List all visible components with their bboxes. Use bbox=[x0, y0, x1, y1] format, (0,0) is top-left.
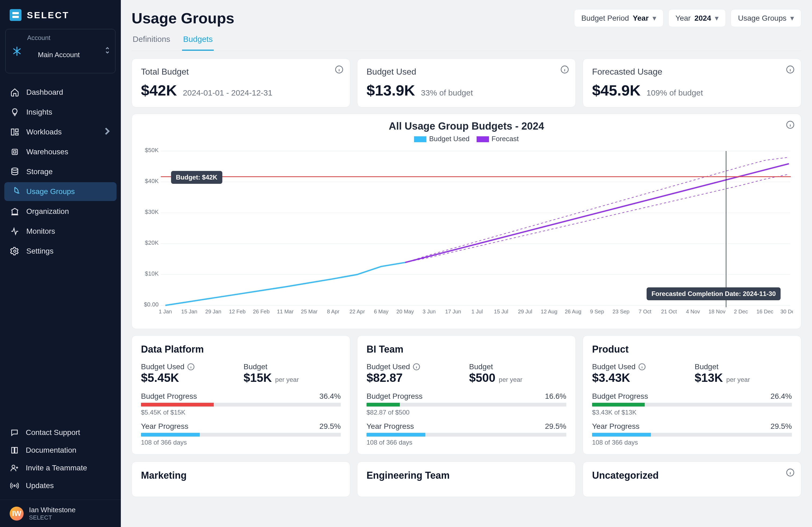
budget-label: Budget bbox=[244, 362, 341, 371]
budget-progress-label: Budget Progress bbox=[592, 392, 648, 401]
info-icon[interactable] bbox=[413, 363, 420, 371]
card-value: $13.9K bbox=[366, 81, 415, 99]
svg-text:11 Mar: 11 Mar bbox=[277, 308, 293, 315]
info-icon[interactable] bbox=[561, 65, 569, 74]
budget-used-label: Budget Used bbox=[366, 362, 464, 371]
group-card[interactable]: Marketing bbox=[132, 462, 350, 497]
sidebar-item-label: Usage Groups bbox=[26, 187, 75, 196]
group-title: Uncategorized bbox=[592, 470, 792, 481]
sidebar-item-label: Dashboard bbox=[26, 88, 63, 96]
budget-used-value: $82.87 bbox=[366, 371, 464, 385]
svg-text:1 Jan: 1 Jan bbox=[159, 308, 172, 315]
svg-text:9 Sep: 9 Sep bbox=[590, 308, 604, 315]
logo[interactable]: SELECT bbox=[0, 6, 121, 29]
tab-budgets[interactable]: Budgets bbox=[182, 31, 214, 51]
year-progress-label: Year Progress bbox=[366, 422, 414, 431]
forecast-badge: Forecasted Completion Date: 2024-11-30 bbox=[647, 287, 781, 300]
svg-text:2 Dec: 2 Dec bbox=[734, 308, 748, 315]
sidebar-item-label: Settings bbox=[26, 247, 54, 255]
svg-text:29 Jan: 29 Jan bbox=[205, 308, 221, 315]
chart-title: All Usage Group Budgets - 2024 bbox=[140, 120, 793, 132]
documentation-link[interactable]: Documentation bbox=[4, 442, 117, 459]
sidebar-item-usage-groups[interactable]: Usage Groups bbox=[4, 182, 117, 201]
sidebar-item-insights[interactable]: Insights bbox=[4, 103, 117, 122]
bank-icon bbox=[10, 207, 19, 216]
sidebar-item-storage[interactable]: Storage bbox=[4, 162, 117, 181]
link-label: Contact Support bbox=[26, 428, 80, 437]
svg-text:21 Oct: 21 Oct bbox=[661, 308, 677, 315]
broadcast-icon bbox=[10, 481, 19, 490]
link-label: Updates bbox=[26, 481, 54, 490]
dropdown-label: Year bbox=[676, 14, 691, 22]
tab-definitions[interactable]: Definitions bbox=[132, 31, 171, 51]
budget-period-dropdown[interactable]: Budget Period Year ▾ bbox=[574, 9, 664, 27]
legend-used: Budget Used bbox=[429, 135, 469, 143]
legend-forecast: Forecast bbox=[492, 135, 519, 143]
account-switcher[interactable]: Account Main Account bbox=[5, 29, 115, 73]
year-progress-bar bbox=[592, 433, 792, 437]
snowflake-icon bbox=[12, 46, 22, 57]
group-card[interactable]: BI Team Budget Used $82.87 Budget $500 p… bbox=[357, 335, 576, 454]
budget-progress-pct: 36.4% bbox=[320, 392, 341, 401]
card-sub: 2024-01-01 - 2024-12-31 bbox=[183, 88, 273, 97]
sidebar-item-monitors[interactable]: Monitors bbox=[4, 222, 117, 241]
sidebar-item-label: Insights bbox=[26, 108, 52, 117]
card-value: $42K bbox=[141, 81, 177, 99]
main: Usage Groups Budget Period Year ▾ Year 2… bbox=[121, 0, 812, 527]
info-icon[interactable] bbox=[335, 65, 344, 74]
info-icon[interactable] bbox=[638, 363, 646, 371]
group-card[interactable]: Uncategorized bbox=[583, 462, 801, 497]
svg-text:$10K: $10K bbox=[145, 270, 159, 277]
svg-text:12 Feb: 12 Feb bbox=[229, 308, 246, 315]
group-card[interactable]: Product Budget Used $3.43K Budget $13K p… bbox=[583, 335, 801, 454]
group-card[interactable]: Engineering Team bbox=[357, 462, 576, 497]
svg-text:17 Jun: 17 Jun bbox=[445, 308, 461, 315]
year-progress-caption: 108 of 366 days bbox=[592, 439, 792, 446]
budget-progress-bar bbox=[366, 403, 566, 407]
nav: Dashboard Insights Workloads Warehouses … bbox=[0, 83, 121, 260]
sidebar-item-label: Monitors bbox=[26, 227, 55, 236]
info-icon[interactable] bbox=[786, 120, 795, 129]
info-icon[interactable] bbox=[187, 363, 195, 371]
year-progress-caption: 108 of 366 days bbox=[141, 439, 341, 446]
sidebar-item-settings[interactable]: Settings bbox=[4, 242, 117, 260]
group-card[interactable]: Data Platform Budget Used $5.45K Budget … bbox=[132, 335, 350, 454]
page-title: Usage Groups bbox=[132, 10, 234, 27]
sidebar-item-warehouses[interactable]: Warehouses bbox=[4, 142, 117, 161]
info-icon[interactable] bbox=[786, 65, 795, 74]
chevron-right-icon bbox=[103, 127, 112, 138]
svg-text:6 May: 6 May bbox=[374, 308, 388, 315]
sidebar-item-label: Organization bbox=[26, 207, 69, 216]
year-dropdown[interactable]: Year 2024 ▾ bbox=[668, 9, 726, 27]
chat-icon bbox=[10, 428, 19, 437]
svg-text:1 Jul: 1 Jul bbox=[472, 308, 483, 315]
svg-point-8 bbox=[14, 485, 15, 486]
svg-text:$20K: $20K bbox=[145, 239, 159, 246]
sidebar-item-dashboard[interactable]: Dashboard bbox=[4, 83, 117, 102]
budget-progress-bar bbox=[141, 403, 341, 407]
budget-used-value: $5.45K bbox=[141, 371, 238, 385]
budget-progress-caption: $5.45K of $15K bbox=[141, 409, 341, 416]
sidebar-item-organization[interactable]: Organization bbox=[4, 202, 117, 221]
budget-value: $15K per year bbox=[244, 371, 341, 385]
budget-used-label: Budget Used bbox=[141, 362, 238, 371]
pie-icon bbox=[10, 187, 19, 196]
contact-support-link[interactable]: Contact Support bbox=[4, 424, 117, 441]
scope-dropdown[interactable]: Usage Groups ▾ bbox=[731, 9, 801, 27]
card-title: Budget Used bbox=[366, 67, 566, 77]
avatar: IW bbox=[10, 507, 24, 521]
budget-used-value: $3.43K bbox=[592, 371, 689, 385]
user-menu[interactable]: IW Ian Whitestone SELECT bbox=[0, 500, 121, 527]
invite-teammate-link[interactable]: Invite a Teammate bbox=[4, 460, 117, 477]
layout-icon bbox=[10, 127, 19, 137]
svg-text:16 Dec: 16 Dec bbox=[756, 308, 773, 315]
svg-text:$0.00: $0.00 bbox=[144, 301, 159, 308]
svg-point-5 bbox=[12, 168, 18, 170]
group-title: Engineering Team bbox=[366, 470, 566, 481]
budget-threshold-line bbox=[161, 176, 791, 177]
chart-area[interactable]: $50K$40K$30K$20K$10K$0.00 1 Jan15 Jan29 … bbox=[140, 146, 793, 323]
sidebar-item-workloads[interactable]: Workloads bbox=[4, 123, 117, 141]
svg-text:30 Dec: 30 Dec bbox=[780, 308, 793, 315]
info-icon[interactable] bbox=[786, 468, 795, 477]
updates-link[interactable]: Updates bbox=[4, 477, 117, 494]
